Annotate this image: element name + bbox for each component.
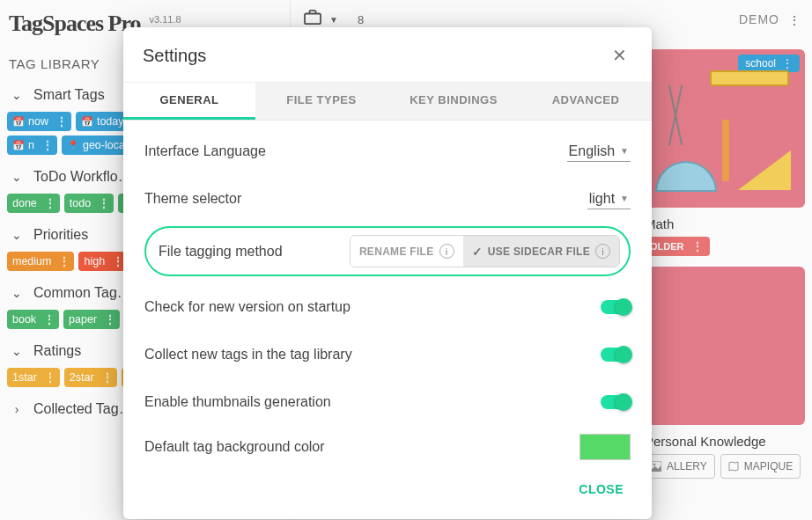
language-select[interactable]: English ▼ [567,142,631,162]
tagging-method-segment: RENAME FILE i ✓ USE SIDECAR FILE i [350,235,620,267]
toggle-thumbnails[interactable] [601,395,631,409]
toggle-check-version[interactable] [601,300,631,314]
setting-label-collect-tags: Collect new tags in the tag library [144,347,601,363]
info-icon[interactable]: i [595,244,610,259]
setting-label-tag-color: Default tag background color [144,439,579,455]
tag-color-swatch[interactable] [579,434,631,460]
setting-label-tagging: File tagging method [159,244,350,260]
setting-label-thumbnails: Enable thumbnails generation [144,394,601,410]
close-button[interactable]: CLOSE [570,475,632,503]
tab-general[interactable]: GENERAL [123,83,255,120]
tab-file-types[interactable]: FILE TYPES [255,83,388,120]
settings-tabs: GENERALFILE TYPESKEY BINDINGSADVANCED [123,82,652,121]
setting-label-theme: Theme selector [144,191,587,207]
option-label: USE SIDECAR FILE [488,245,590,258]
chevron-down-icon: ▼ [620,146,629,156]
dialog-title: Settings [143,46,607,66]
tab-key-bindings[interactable]: KEY BINDINGS [388,83,520,120]
tagging-option-sidecar[interactable]: ✓ USE SIDECAR FILE i [463,236,619,267]
theme-select[interactable]: light ▼ [587,189,631,209]
option-label: RENAME FILE [359,245,434,258]
toggle-collect-tags[interactable] [601,348,631,362]
tab-advanced[interactable]: ADVANCED [520,83,652,120]
tagging-method-highlight: File tagging method RENAME FILE i ✓ USE … [144,226,631,276]
select-value: English [569,143,615,159]
settings-dialog: Settings ✕ GENERALFILE TYPESKEY BINDINGS… [123,27,652,519]
tagging-option-rename[interactable]: RENAME FILE i [351,236,463,267]
info-icon[interactable]: i [439,244,454,259]
check-icon: ✓ [472,245,483,259]
setting-label-check-version: Check for new version on startup [144,299,601,315]
close-icon[interactable]: ✕ [607,41,632,70]
chevron-down-icon: ▼ [620,194,629,203]
select-value: light [589,191,615,207]
setting-label-language: Interface Language [144,143,567,159]
